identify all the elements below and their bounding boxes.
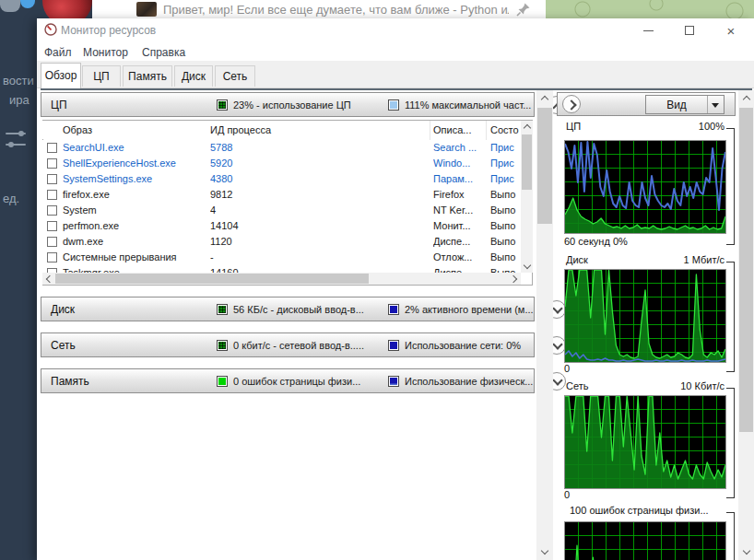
cell-c-img: SystemSettings.exe [63, 173, 201, 184]
process-row[interactable]: System4NT Ker...Выпо [42, 203, 521, 218]
process-row[interactable]: Системные прерывания-Отлож...Выпо [42, 250, 521, 265]
menu-monitor[interactable]: Монитор [83, 46, 128, 59]
cell-c-st: Выпо [490, 220, 520, 231]
table-vscrollbar[interactable] [521, 121, 533, 273]
panel-collapse-button[interactable] [562, 95, 581, 113]
divider [41, 88, 752, 90]
cell-c-st: Выпо [490, 251, 520, 262]
memory-section-header[interactable]: Память 0 ошибок страницы физи... Использ… [41, 368, 535, 393]
memory-graph-header: 100 ошибок страницы физи... [564, 505, 725, 518]
cpu-graph-timespan: 60 секунд [564, 236, 610, 247]
process-row[interactable]: ShellExperienceHost.exe5920Windo...Прис [42, 156, 521, 171]
disk-section-header[interactable]: Диск 56 КБ/с - дисковый ввод-в... 2% акт… [41, 297, 535, 321]
maximize-button[interactable] [676, 18, 703, 42]
network-graph-max-label: 10 Кбит/с [680, 380, 725, 391]
scroll-up-arrow[interactable] [521, 121, 533, 133]
cell-c-pid: 14104 [210, 220, 321, 231]
network-graph-header: Сеть 10 Кбит/с [564, 380, 725, 393]
column-header-description[interactable]: Описа... [433, 124, 471, 135]
process-checkbox[interactable] [47, 205, 57, 216]
network-graph-min-label: 0 [564, 489, 570, 500]
scroll-up-arrow[interactable] [738, 90, 754, 106]
scroll-down-arrow[interactable] [738, 544, 754, 560]
scrollbar-thumb[interactable] [739, 108, 753, 432]
tab-memory[interactable]: Память [123, 65, 172, 87]
tab-cpu[interactable]: ЦП [82, 65, 121, 87]
pane-vscrollbar[interactable] [536, 90, 553, 560]
process-checkbox[interactable] [47, 237, 57, 247]
column-header-image[interactable]: Образ [63, 124, 92, 135]
process-table-body: SearchUI.exe5788Search ...ПрисShellExper… [42, 140, 521, 273]
cpu-blue-legend-text: 111% максимальной част... [405, 99, 531, 111]
cpu-section-header[interactable]: ЦП 23% - использование ЦП 111% максималь… [41, 92, 535, 117]
disk-green-legend-icon [217, 304, 228, 315]
table-hscrollbar[interactable] [42, 273, 521, 285]
memory-green-legend-text: 0 ошибок страницы физи... [233, 376, 360, 387]
scrollbar-thumb[interactable] [522, 134, 532, 190]
memory-graph [564, 521, 726, 560]
scroll-left-arrow[interactable] [42, 273, 54, 285]
cpu-green-legend-text: 23% - использование ЦП [233, 99, 351, 111]
cpu-graph-footer: 60 секунд 0% [564, 236, 725, 249]
cell-c-desc: NT Ker... [433, 204, 484, 216]
process-checkbox[interactable] [47, 158, 57, 169]
minimize-button[interactable] [634, 18, 662, 42]
memory-blue-legend-text: Использование физическ... [405, 376, 533, 387]
memory-graph-title: 100 ошибок страницы физи... [570, 505, 709, 516]
cell-c-img: Системные прерывания [63, 251, 201, 262]
network-graph [564, 395, 726, 489]
process-checkbox[interactable] [47, 221, 57, 231]
menu-file[interactable]: Файл [44, 46, 72, 59]
cell-c-desc: Search ... [433, 142, 484, 153]
pinned-message-text[interactable]: Привет, мир! Если все еще думаете, что в… [163, 3, 509, 17]
process-row[interactable]: perfmon.exe14104Монит...Выпо [42, 218, 521, 234]
cell-c-img: dwm.exe [63, 236, 201, 247]
cpu-blue-legend-icon [388, 99, 399, 111]
cell-c-st: Выпо [490, 189, 520, 200]
scroll-down-arrow[interactable] [521, 261, 533, 273]
view-dropdown-button[interactable]: Вид [645, 95, 725, 114]
network-green-legend-icon [217, 340, 228, 351]
panel-vscrollbar[interactable] [738, 90, 754, 560]
close-button[interactable]: × [717, 18, 745, 42]
scale-bracket [726, 262, 735, 372]
disk-graph-max-label: 1 Мбит/с [684, 254, 725, 265]
cell-c-st: Выпо [490, 236, 520, 247]
sidebar-clipped-text: ира [9, 93, 29, 107]
filters-icon[interactable] [6, 129, 28, 153]
process-row[interactable]: SystemSettings.exe4380Парам...Прис [42, 171, 521, 187]
process-row[interactable]: Taskmgr.exe14160Диспе...Выпо [42, 265, 521, 273]
disk-graph-header: Диск 1 Мбит/с [564, 254, 725, 267]
pin-icon [516, 2, 531, 17]
scrollbar-thumb[interactable] [537, 108, 552, 224]
process-row[interactable]: SearchUI.exe5788Search ...Прис [42, 140, 521, 156]
scale-bracket [726, 512, 735, 560]
process-checkbox[interactable] [47, 252, 57, 262]
cell-c-pid: 5788 [210, 142, 321, 153]
network-section-header[interactable]: Сеть 0 кбит/с - сетевой ввод-в..... Испо… [41, 332, 535, 357]
tab-disk[interactable]: Диск [174, 65, 213, 87]
cell-c-pid: 4380 [210, 173, 321, 184]
scroll-down-arrow[interactable] [536, 544, 553, 560]
cell-c-pid: 1120 [210, 236, 321, 247]
column-header-status[interactable]: Состо [490, 124, 520, 135]
process-checkbox[interactable] [47, 174, 57, 184]
process-checkbox[interactable] [47, 143, 57, 153]
memory-section-label: Память [51, 375, 89, 388]
pinned-message-thumbnail [136, 2, 157, 17]
cpu-graph-title: ЦП [566, 121, 581, 132]
scrollbar-thumb[interactable] [55, 274, 369, 284]
process-checkbox[interactable] [47, 190, 57, 200]
cell-c-st: Прис [490, 173, 520, 184]
graph-area-series [565, 270, 725, 362]
column-header-pid[interactable]: ИД процесса [210, 124, 271, 135]
scroll-right-arrow[interactable] [509, 273, 521, 285]
chevron-down-icon [712, 103, 719, 108]
process-row[interactable]: dwm.exe1120Диспе...Выпо [42, 234, 521, 250]
tab-network[interactable]: Сеть [215, 65, 255, 87]
menu-help[interactable]: Справка [142, 46, 185, 59]
scroll-up-arrow[interactable] [536, 90, 553, 106]
cell-c-desc: Парам... [433, 173, 484, 184]
tab-overview[interactable]: Обзор [41, 63, 81, 88]
process-row[interactable]: firefox.exe9812FirefoxВыпо [42, 187, 521, 203]
